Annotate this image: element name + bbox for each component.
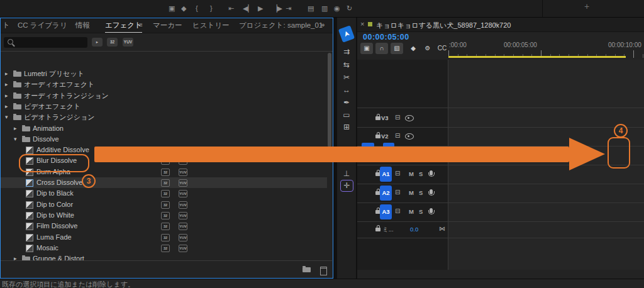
marker-icon[interactable]: ◆ bbox=[181, 4, 186, 12]
chevron-right-icon[interactable]: ▸ bbox=[5, 101, 8, 112]
razor-tool[interactable]: ✂ bbox=[337, 71, 356, 84]
effects-panel-tab-0[interactable]: ト bbox=[3, 21, 10, 30]
fit-icon[interactable]: ⋈ bbox=[439, 225, 445, 232]
tree-item--[interactable]: ▸ビデオエフェクト bbox=[1, 101, 327, 112]
new-custom-bin-icon[interactable] bbox=[303, 267, 311, 272]
mute-button[interactable]: M bbox=[409, 170, 414, 177]
tree-item-cross-dissolve[interactable]: Cross Dissolve32YUV bbox=[1, 177, 327, 188]
effects-panel-tab-5[interactable]: ヒストリー bbox=[192, 21, 230, 30]
effects-panel-tab-6[interactable]: プロジェクト: sample_01 bbox=[239, 21, 323, 30]
tree-item-film-dissolve[interactable]: Film Dissolve32YUV bbox=[1, 221, 327, 231]
tree-item-grunge-distort[interactable]: ▸Grunge & Distort bbox=[1, 253, 327, 260]
tree-item--[interactable]: ▸オーディオエフェクト bbox=[1, 79, 327, 90]
tree-item--[interactable]: ▾ビデオトランジション bbox=[1, 112, 327, 123]
tree-item-mosaic[interactable]: Mosaic32YUV bbox=[1, 243, 327, 253]
effects-panel-tab-3[interactable]: エフェクト bbox=[105, 21, 142, 33]
effects-panel-menu-icon[interactable]: ≡ bbox=[139, 21, 143, 28]
audio-track-badge[interactable]: A3 bbox=[380, 204, 392, 219]
tree-item-animation[interactable]: ▸Animation bbox=[1, 123, 327, 134]
sync-settings-icon[interactable]: ↻ bbox=[347, 4, 352, 12]
tree-item-dip-to-black[interactable]: Dip to Black32YUV bbox=[1, 188, 327, 199]
chevron-right-icon[interactable]: ▸ bbox=[5, 69, 8, 79]
add-panel-plus-icon[interactable]: + bbox=[584, 3, 589, 10]
app-status-bar: 既存の選択項目に追加または削除します。 bbox=[0, 279, 644, 288]
tree-item-lumetri-[interactable]: ▸Lumetri プリセット bbox=[1, 69, 327, 79]
solo-button[interactable]: S bbox=[419, 208, 423, 215]
ruler-label-0: :00:00 bbox=[449, 42, 467, 48]
hand-tool[interactable]: ⊞ bbox=[337, 121, 356, 133]
step-forward-icon[interactable]: ▕▶ bbox=[272, 4, 282, 12]
lock-icon[interactable] bbox=[375, 135, 380, 138]
go-to-in-icon[interactable]: ⇤ bbox=[228, 4, 234, 12]
track-targeting-icon[interactable]: ⊟ bbox=[395, 208, 400, 214]
work-area-bar[interactable] bbox=[448, 56, 626, 58]
effects-search-input[interactable] bbox=[4, 37, 87, 48]
mark-out-icon[interactable]: } bbox=[210, 4, 213, 12]
tree-item-dip-to-color[interactable]: Dip to Color32YUV bbox=[1, 199, 327, 210]
chevron-right-icon[interactable]: ▸ bbox=[5, 91, 8, 101]
voiceover-record-icon[interactable] bbox=[430, 189, 433, 194]
ripple-edit-tool[interactable]: ⇆ bbox=[337, 58, 356, 71]
insert-icon[interactable]: ▤ bbox=[308, 4, 314, 12]
play-icon[interactable]: ▶ bbox=[258, 4, 263, 12]
selection-tool[interactable]: ➤ bbox=[338, 25, 355, 43]
timeline-ruler[interactable]: :00:0000:00:05:0000:00:10:00 bbox=[357, 18, 644, 60]
mute-button[interactable]: M bbox=[409, 189, 414, 196]
voiceover-record-icon[interactable] bbox=[430, 208, 433, 213]
chevron-right-icon[interactable]: ▸ bbox=[14, 123, 17, 134]
badge-32bit-icon: 32 bbox=[161, 169, 170, 176]
pen-tool[interactable]: ✒ bbox=[337, 96, 356, 109]
effects-scrollbar[interactable] bbox=[328, 53, 331, 147]
chevron-down-icon[interactable]: ▾ bbox=[5, 112, 8, 123]
export-frame-icon[interactable]: ◉ bbox=[334, 4, 340, 12]
folder-icon bbox=[22, 126, 30, 131]
toggle-track-output-icon[interactable] bbox=[405, 133, 414, 140]
toggle-track-output-icon[interactable] bbox=[405, 115, 414, 121]
track-select-forward-tool[interactable]: ⇉ bbox=[337, 45, 356, 58]
chevron-right-icon[interactable]: ▸ bbox=[5, 79, 8, 90]
effects-panel-tab-1[interactable]: CC ライブラリ bbox=[18, 21, 67, 30]
track-targeting-icon[interactable]: ⊟ bbox=[395, 170, 400, 177]
effects-panel-tab-bar: » トCC ライブラリ情報エフェクトマーカーヒストリープロジェクト: sampl… bbox=[0, 18, 333, 33]
tree-item-dissolve[interactable]: ▾Dissolve bbox=[1, 134, 327, 145]
vertical-type-tool[interactable]: ⊥ bbox=[337, 167, 356, 180]
chevron-right-icon[interactable]: ▸ bbox=[14, 253, 17, 260]
yuv-effects-filter-button[interactable]: YUV bbox=[123, 38, 133, 47]
track-targeting-icon[interactable]: ⊟ bbox=[395, 189, 400, 196]
solo-button[interactable]: S bbox=[419, 170, 423, 177]
mark-in-icon[interactable]: { bbox=[196, 4, 198, 12]
track-targeting-icon[interactable]: ⊟ bbox=[395, 114, 400, 121]
accelerated-effects-filter-button[interactable]: ▸ bbox=[92, 38, 103, 47]
lift-icon[interactable]: ▣ bbox=[169, 4, 175, 12]
track-targeting-icon[interactable]: ⊟ bbox=[395, 132, 400, 139]
voiceover-record-icon[interactable] bbox=[430, 170, 433, 175]
step-back-icon[interactable]: ◀▏ bbox=[243, 4, 253, 12]
delete-custom-item-icon[interactable] bbox=[320, 267, 327, 275]
video-track-name[interactable]: V2 bbox=[381, 133, 389, 140]
lock-icon[interactable] bbox=[375, 116, 380, 120]
tree-item-luma-fade[interactable]: Luma Fade32YUV bbox=[1, 232, 327, 243]
master-gain-value[interactable]: 0.0 bbox=[410, 226, 418, 233]
rectangle-tool[interactable]: ▭ bbox=[337, 109, 356, 121]
effects-panel-tab-4[interactable]: マーカー bbox=[153, 21, 182, 30]
audio-track-badge[interactable]: A2 bbox=[380, 186, 392, 201]
32bit-color-filter-button[interactable]: 32 bbox=[107, 38, 118, 47]
video-track-name[interactable]: V3 bbox=[381, 114, 389, 121]
effects-panel-tab-2[interactable]: 情報 bbox=[75, 21, 90, 30]
type-tool[interactable]: ✛ bbox=[340, 180, 353, 192]
tree-item-label: Film Dissolve bbox=[36, 221, 77, 231]
folder-icon bbox=[13, 94, 21, 99]
mute-button[interactable]: M bbox=[409, 208, 414, 215]
chevron-down-icon[interactable]: ▾ bbox=[14, 134, 17, 145]
audio-track-badge[interactable]: A1 bbox=[380, 167, 392, 182]
effect-icon bbox=[26, 190, 33, 197]
solo-button[interactable]: S bbox=[419, 189, 423, 196]
go-to-out-icon[interactable]: ⇥ bbox=[286, 4, 291, 12]
effect-icon bbox=[26, 147, 33, 154]
tree-item-dip-to-white[interactable]: Dip to White32YUV bbox=[1, 210, 327, 221]
badge-32bit-icon: 32 bbox=[161, 179, 170, 187]
lock-icon[interactable] bbox=[375, 228, 380, 231]
slip-tool[interactable]: ↔ bbox=[337, 84, 356, 96]
tree-item--[interactable]: ▸オーディオトランジション bbox=[1, 91, 327, 101]
overwrite-icon[interactable]: ▥ bbox=[321, 4, 328, 12]
